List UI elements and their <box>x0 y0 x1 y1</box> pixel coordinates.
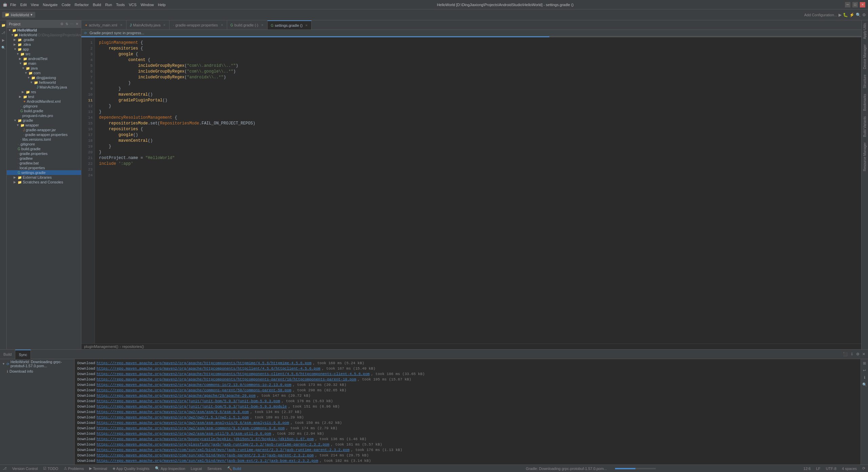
tab-activity-main-xml[interactable]: ✦ activity_main.xml ✕ <box>81 20 126 30</box>
tab-settings-gradle[interactable]: G settings.gradle () ✕ <box>268 20 312 30</box>
tree-item-gradlew[interactable]: · gradlew <box>7 156 81 161</box>
tab-gradle-wrapper-props[interactable]: · gradle-wrapper.properties ✕ <box>170 20 227 30</box>
tree-item-proguard[interactable]: · proguard-rules.pro <box>7 113 81 118</box>
bt-icon-stop[interactable]: ⬛ <box>842 351 848 357</box>
tree-item-mainactivity[interactable]: J MainActivity.java <box>7 85 81 90</box>
breadcrumb-item-2[interactable]: repositories() <box>122 345 144 349</box>
status-tab-services[interactable]: Services <box>208 467 222 471</box>
right-tab-app-utils[interactable]: Apply Utils <box>862 20 867 42</box>
breadcrumb-item-1[interactable]: pluginManagement() <box>84 345 118 349</box>
minimize-button[interactable]: ─ <box>845 2 850 7</box>
tree-item-project-root[interactable]: ▼ 📁 HelloWorld D:\DingJiaxiong\Projects\… <box>7 33 81 37</box>
right-tab-bookmarks[interactable]: Bookmarks <box>862 91 867 114</box>
tree-item-gradle-hidden[interactable]: ▶ 📁 .gradle <box>7 37 81 42</box>
settings-icon[interactable]: ⚙ <box>862 13 866 17</box>
bt-icon-close[interactable]: ✕ <box>862 351 866 357</box>
status-tab-terminal[interactable]: ▶ Terminal <box>89 466 107 471</box>
br-wrap-icon[interactable]: ↩ <box>862 368 867 373</box>
tree-item-gitignore-app[interactable]: · .gitignore <box>7 104 81 109</box>
status-tab-app-quality[interactable]: ◈ App Quality Insights <box>113 466 150 471</box>
menu-build[interactable]: Build <box>93 3 101 7</box>
tab-close-icon[interactable]: ✕ <box>221 23 223 27</box>
tree-item-src[interactable]: ▼ 📁 src <box>7 52 81 56</box>
tree-item-app[interactable]: ▼ 📁 app <box>7 47 81 52</box>
build-tree-item-root[interactable]: ▼ ⟳ HelloWorld: Downloading grpc-protobu… <box>0 359 74 369</box>
menu-tools[interactable]: Tools <box>116 3 125 7</box>
project-header-close[interactable]: ✕ <box>75 22 79 26</box>
menu-navigate[interactable]: Navigate <box>43 3 57 7</box>
bottom-tab-sync[interactable]: Sync <box>15 350 31 359</box>
menu-window[interactable]: Window <box>141 3 154 7</box>
left-icon-commit[interactable]: ⎇ <box>0 29 7 36</box>
status-tab-version-control[interactable]: Version Control <box>12 467 38 471</box>
project-header-dots[interactable]: ⋯ <box>70 22 74 26</box>
status-tab-build[interactable]: 🔨 Build <box>227 466 241 471</box>
right-tab-structure[interactable]: Structure <box>862 72 867 91</box>
tree-item-build-gradle-root[interactable]: G build.gradle <box>7 146 81 151</box>
tree-item-java[interactable]: ▼ 📁 java <box>7 66 81 71</box>
tree-item-helloworld-pkg[interactable]: ▼ 📁 helloworld <box>7 80 81 85</box>
menu-view[interactable]: View <box>31 3 39 7</box>
tree-item-androidtest[interactable]: ▶ 📁 androidTest <box>7 56 81 61</box>
close-button[interactable]: ✕ <box>860 2 865 7</box>
menu-code[interactable]: Code <box>62 3 71 7</box>
status-lf[interactable]: LF <box>816 467 821 471</box>
left-icon-run[interactable]: ▶ <box>0 37 7 43</box>
status-encoding[interactable]: UTF-8 <box>826 467 836 471</box>
status-indent[interactable]: 4 spaces <box>842 467 857 471</box>
project-header-settings[interactable]: ⚙ <box>60 22 64 26</box>
tree-item-androidmanifest[interactable]: ✦ AndroidManifest.xml <box>7 99 81 104</box>
tree-item-gradle-props[interactable]: · gradle.properties <box>7 151 81 156</box>
br-info-icon[interactable]: ℹ <box>863 375 866 380</box>
run-button[interactable]: ▶ <box>839 13 842 17</box>
tree-item-settings-gradle[interactable]: G settings.gradle <box>7 170 81 175</box>
profile-button[interactable]: ⚡ <box>849 13 854 17</box>
left-icon-project[interactable]: 📁 <box>0 22 7 28</box>
tree-item-gradle-wrapper-props[interactable]: · gradle-wrapper.properties <box>7 132 81 137</box>
menu-run[interactable]: Run <box>105 3 112 7</box>
menu-vcs[interactable]: VCS <box>129 3 137 7</box>
tree-item-libs[interactable]: · libs.versions.toml <box>7 137 81 142</box>
tab-build-gradle[interactable]: G build.gradle (·) ✕ <box>227 20 268 30</box>
tree-item-external-libs[interactable]: ▶ 📁 External Libraries <box>7 175 81 180</box>
tab-close-icon[interactable]: ✕ <box>163 23 166 27</box>
tree-item-test[interactable]: ▶ 📁 test <box>7 94 81 99</box>
tree-item-gitignore-root[interactable]: · .gitignore <box>7 142 81 146</box>
bt-icon-scroll-end[interactable]: ⇩ <box>850 351 854 357</box>
tab-close-icon[interactable]: ✕ <box>120 23 123 27</box>
bt-icon-settings[interactable]: ⚙ <box>855 351 860 357</box>
tree-item-dingjjaxiong[interactable]: ▼ 📁 dingjjaxiong <box>7 75 81 80</box>
status-tab-problems[interactable]: ⚠ Problems <box>64 466 84 471</box>
status-tab-todo[interactable]: ☑ TODO <box>43 466 58 471</box>
tree-item-gradle-wrapper-jar[interactable]: J gradle-wrapper.jar <box>7 127 81 132</box>
menu-refactor[interactable]: Refactor <box>75 3 89 7</box>
status-tab-app-inspection[interactable]: 🔍 App Inspection <box>155 466 185 471</box>
tree-item-gradle-folder[interactable]: ▼ 📁 gradle <box>7 118 81 123</box>
bottom-tab-build[interactable]: Build <box>0 350 15 359</box>
tree-item-build-gradle-app[interactable]: G build.gradle <box>7 109 81 113</box>
run-config-label[interactable]: Add Configuration... <box>804 13 837 17</box>
search-button[interactable]: 🔍 <box>856 13 861 17</box>
right-tab-build-variants[interactable]: Build Variants <box>862 114 867 140</box>
right-tab-resource-manager[interactable]: Resource Manager <box>862 140 867 174</box>
project-header-expand[interactable]: ⇅ <box>65 22 69 26</box>
debug-button[interactable]: 🐛 <box>843 13 848 17</box>
code-content[interactable]: pluginManagement { repositories { google… <box>95 37 861 343</box>
menu-help[interactable]: Help <box>158 3 166 7</box>
tree-item-main[interactable]: ▼ 📁 main <box>7 61 81 66</box>
build-tree-item-info[interactable]: ℹ Download info <box>0 369 74 374</box>
tab-close-icon[interactable]: ✕ <box>261 23 264 27</box>
maximize-button[interactable]: □ <box>852 2 858 7</box>
tab-close-icon[interactable]: ✕ <box>305 24 308 27</box>
tab-mainactivity-java[interactable]: J MainActivity.java ✕ <box>126 20 170 30</box>
status-line-col[interactable]: 12:6 <box>804 467 811 471</box>
tree-item-helloworld-root[interactable]: ▼ 📁 HelloWorld <box>7 28 81 33</box>
right-tab-device-manager[interactable]: Device Manager <box>862 42 867 72</box>
build-output[interactable]: Downloadhttps://repo.maven.apache.org/ma… <box>75 359 861 465</box>
tree-item-res[interactable]: ▶ 📁 res <box>7 90 81 94</box>
tree-item-gradlew-bat[interactable]: · gradlew.bat <box>7 161 81 165</box>
tree-item-scratches[interactable]: ▶ 📁 Scratches and Consoles <box>7 180 81 184</box>
left-icon-search[interactable]: 🔍 <box>0 44 7 51</box>
br-filter-icon[interactable]: ⊞ <box>862 360 867 366</box>
menu-file[interactable]: File <box>10 3 16 7</box>
